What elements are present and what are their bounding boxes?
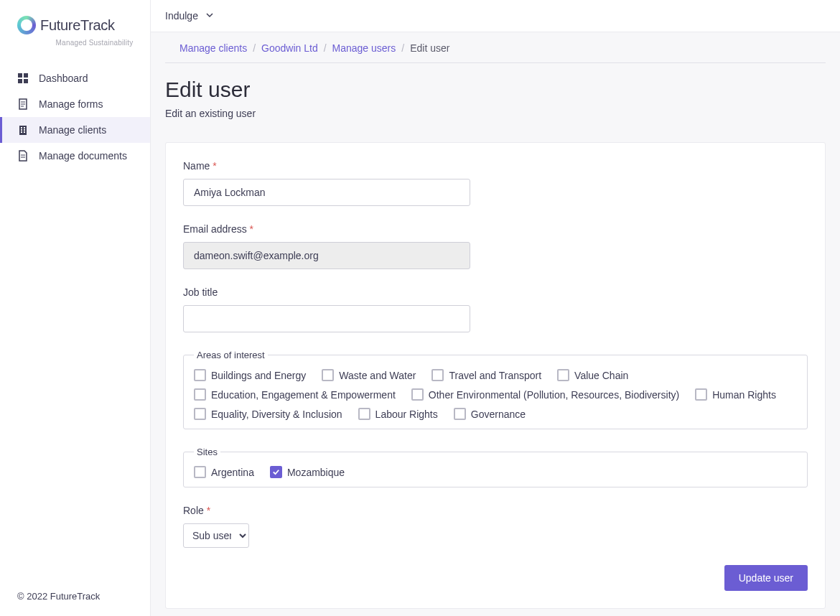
sites-fieldset: Sites ArgentinaMozambique (183, 447, 808, 487)
areas-legend: Areas of interest (194, 350, 268, 360)
main-content: Indulge Manage clients/Goodwin Ltd/Manag… (151, 0, 840, 616)
breadcrumb-item[interactable]: Manage clients (179, 42, 247, 54)
sidebar-item-manage-clients[interactable]: Manage clients (0, 117, 150, 143)
svg-rect-13 (21, 131, 22, 133)
dashboard-icon (17, 73, 29, 84)
checkbox-label: Buildings and Energy (211, 370, 306, 381)
name-input[interactable] (183, 179, 470, 206)
org-switcher[interactable]: Indulge (165, 10, 214, 22)
checkbox-label: Mozambique (287, 467, 345, 478)
checkbox-label: Equality, Diversity & Inclusion (211, 409, 342, 420)
job-title-input[interactable] (183, 305, 470, 332)
breadcrumb-separator: / (253, 42, 256, 54)
site-option-argentina[interactable]: Argentina (194, 466, 254, 478)
site-option-mozambique[interactable]: Mozambique (270, 466, 345, 478)
sidebar-item-label: Manage clients (39, 124, 106, 136)
checkbox-label: Labour Rights (375, 409, 438, 420)
checkbox-icon (194, 466, 206, 478)
checkbox-label: Travel and Transport (449, 370, 541, 381)
checkbox-icon (194, 369, 206, 381)
clients-icon (17, 124, 29, 136)
org-name: Indulge (165, 10, 198, 22)
logo-icon (17, 16, 36, 34)
checkbox-label: Waste and Water (339, 370, 416, 381)
topbar: Indulge (151, 0, 840, 32)
checkbox-label: Education, Engagement & Empowerment (211, 389, 396, 401)
page-title: Edit user (165, 78, 826, 102)
checkbox-icon (358, 408, 370, 420)
checkbox-icon (322, 369, 334, 381)
checkbox-icon (431, 369, 444, 381)
logo-title: FutureTrack (40, 17, 115, 33)
area-option-labour-rights[interactable]: Labour Rights (358, 408, 438, 420)
logo-subtitle: Managed Sustainability (22, 39, 150, 47)
checkbox-label: Other Environmental (Pollution, Resource… (429, 389, 679, 401)
svg-rect-3 (24, 79, 28, 83)
sidebar-item-label: Manage forms (39, 98, 103, 110)
breadcrumb-item[interactable]: Manage users (332, 42, 396, 54)
sites-legend: Sites (194, 447, 220, 457)
name-label: Name * (183, 160, 808, 172)
area-option-travel-transport[interactable]: Travel and Transport (431, 369, 541, 381)
checkbox-icon (695, 388, 707, 401)
area-option-human-rights[interactable]: Human Rights (695, 388, 776, 401)
forms-icon (17, 98, 29, 110)
chevron-down-icon (205, 10, 214, 22)
area-option-governance[interactable]: Governance (454, 408, 526, 420)
required-mark: * (213, 160, 216, 172)
checkbox-icon (454, 408, 466, 420)
area-option-buildings-energy[interactable]: Buildings and Energy (194, 369, 306, 381)
svg-rect-9 (21, 127, 22, 129)
svg-rect-14 (24, 131, 25, 133)
form-card: Name * Email address * Job title Areas o… (165, 142, 826, 609)
documents-icon (17, 150, 29, 162)
breadcrumb-item[interactable]: Goodwin Ltd (261, 42, 318, 54)
role-select[interactable]: Sub user (183, 523, 249, 548)
sidebar: FutureTrack Managed Sustainability Dashb… (0, 0, 151, 616)
breadcrumb-separator: / (401, 42, 404, 54)
sidebar-item-label: Manage documents (39, 150, 127, 162)
email-label: Email address * (183, 223, 808, 235)
area-option-other-environmental[interactable]: Other Environmental (Pollution, Resource… (411, 388, 679, 401)
breadcrumb-item: Edit user (410, 42, 449, 54)
sidebar-footer: © 2022 FutureTrack (0, 577, 150, 616)
role-label: Role * (183, 505, 808, 516)
breadcrumb: Manage clients/Goodwin Ltd/Manage users/… (165, 32, 826, 63)
checkbox-label: Governance (471, 409, 526, 420)
required-mark: * (250, 223, 253, 235)
checkbox-label: Human Rights (712, 389, 776, 401)
svg-rect-11 (21, 129, 22, 131)
svg-rect-8 (19, 126, 27, 135)
required-mark: * (207, 505, 210, 516)
svg-rect-10 (24, 127, 25, 129)
sidebar-item-manage-documents[interactable]: Manage documents (0, 143, 150, 169)
sidebar-item-manage-forms[interactable]: Manage forms (0, 91, 150, 117)
checkbox-label: Argentina (211, 467, 254, 478)
svg-rect-2 (18, 79, 22, 83)
svg-rect-1 (24, 73, 28, 78)
breadcrumb-separator: / (324, 42, 327, 54)
checkbox-icon (194, 408, 206, 420)
checkbox-icon (270, 466, 282, 478)
area-option-waste-water[interactable]: Waste and Water (322, 369, 416, 381)
svg-rect-12 (24, 129, 25, 131)
checkbox-icon (194, 388, 206, 401)
page-header: Edit user Edit an existing user (151, 63, 840, 128)
sidebar-item-label: Dashboard (39, 73, 88, 84)
update-user-button[interactable]: Update user (724, 565, 808, 591)
sidebar-item-dashboard[interactable]: Dashboard (0, 65, 150, 91)
page-subtitle: Edit an existing user (165, 108, 826, 119)
job-title-label: Job title (183, 286, 808, 298)
area-option-equality[interactable]: Equality, Diversity & Inclusion (194, 408, 342, 420)
svg-rect-0 (18, 73, 22, 78)
checkbox-label: Value Chain (574, 370, 628, 381)
email-input (183, 242, 470, 269)
checkbox-icon (557, 369, 569, 381)
area-option-value-chain[interactable]: Value Chain (557, 369, 628, 381)
areas-of-interest-fieldset: Areas of interest Buildings and EnergyWa… (183, 350, 808, 429)
area-option-education[interactable]: Education, Engagement & Empowerment (194, 388, 396, 401)
checkbox-icon (411, 388, 424, 401)
sidebar-nav: DashboardManage formsManage clientsManag… (0, 65, 150, 577)
